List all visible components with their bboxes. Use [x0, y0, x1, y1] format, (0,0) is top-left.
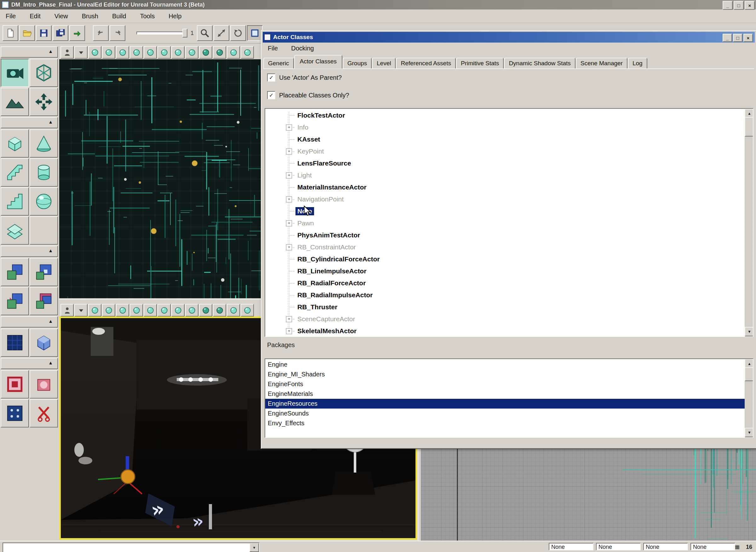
sidebar-section-header-2[interactable]: ▲: [1, 117, 58, 128]
viewport-down-arrow-button[interactable]: [74, 304, 87, 316]
tab-scene-manager[interactable]: Scene Manager: [576, 58, 627, 68]
minimize-button[interactable]: _: [723, 1, 733, 10]
menu-tools[interactable]: Tools: [139, 12, 156, 20]
sphere-brush-button[interactable]: [30, 187, 58, 216]
tab-actor-classes[interactable]: Actor Classes: [294, 55, 342, 69]
viewport-orb-button[interactable]: [144, 304, 157, 316]
checkbox-checked-icon[interactable]: ✓: [267, 91, 275, 99]
viewport-orb-button[interactable]: [185, 46, 198, 58]
geometry-mode-button[interactable]: [30, 58, 58, 87]
menu-edit[interactable]: Edit: [28, 12, 42, 20]
scrollbar-thumb[interactable]: [745, 367, 753, 381]
class-tree-item-RB_LineImpulseActor[interactable]: RB_LineImpulseActor: [265, 265, 745, 277]
checkbox-checked-icon[interactable]: ✓: [267, 74, 275, 82]
cube-brush-button[interactable]: [1, 129, 29, 158]
sidebar-section-header-1[interactable]: ▲: [1, 46, 58, 58]
scroll-down-icon[interactable]: ▼: [745, 327, 753, 336]
viewport-orb-button[interactable]: [116, 304, 129, 316]
browser-maximize-button[interactable]: □: [733, 34, 742, 42]
class-tree-item-RB_RadialImpulseActor[interactable]: RB_RadialImpulseActor: [265, 289, 745, 301]
tab-groups[interactable]: Groups: [343, 58, 372, 68]
cylinder-brush-button[interactable]: [30, 158, 58, 187]
viewport-orb-button[interactable]: [227, 304, 240, 316]
class-tree-item-FlockTestActor[interactable]: FlockTestActor: [265, 109, 745, 121]
csg-deintersect-button[interactable]: [30, 287, 58, 315]
package-item-Engine_MI_Shaders[interactable]: Engine_MI_Shaders: [265, 370, 745, 379]
tab-generic[interactable]: Generic: [263, 58, 294, 68]
viewport-orb-button[interactable]: [185, 304, 198, 316]
viewport-orb-button[interactable]: [102, 46, 115, 58]
curved-stair-brush-button[interactable]: [1, 158, 29, 187]
add-volume-button[interactable]: [30, 328, 58, 357]
tab-level[interactable]: Level: [372, 58, 396, 68]
sidebar-section-header-4[interactable]: ▲: [1, 316, 58, 327]
status-field-1[interactable]: None: [549, 543, 593, 550]
chevron-down-icon[interactable]: ▼: [249, 543, 259, 552]
class-tree-item-SceneCaptureActor[interactable]: +SceneCaptureActor: [265, 313, 745, 325]
tree-scrollbar[interactable]: ▲ ▼: [745, 109, 753, 336]
expand-plus-icon[interactable]: +: [286, 328, 292, 334]
expand-plus-icon[interactable]: +: [286, 125, 292, 131]
class-tree-item-Light[interactable]: +Light: [265, 169, 745, 181]
tab-referenced-assets[interactable]: Referenced Assets: [396, 58, 455, 68]
viewport-orb-button[interactable]: [227, 46, 240, 58]
package-item-EngineResources[interactable]: EngineResources: [265, 399, 753, 409]
viewport-orb-button[interactable]: [158, 304, 171, 316]
sidebar-section-header-5[interactable]: ▲: [1, 358, 58, 369]
open-folder-button[interactable]: [19, 25, 35, 41]
class-tree-item-LensFlareSource[interactable]: LensFlareSource: [265, 157, 745, 169]
class-tree-item-Pawn[interactable]: +Pawn: [265, 217, 745, 229]
menu-build[interactable]: Build: [111, 12, 127, 20]
rotate-button[interactable]: [230, 25, 246, 41]
viewport-player-button[interactable]: [60, 304, 74, 316]
viewport-orb-button[interactable]: [241, 304, 254, 316]
add-mover-button[interactable]: [1, 370, 29, 399]
viewport-orb-button[interactable]: [88, 46, 102, 58]
package-item-Engine[interactable]: Engine: [265, 360, 745, 370]
viewport-orb-button[interactable]: [88, 304, 102, 316]
menu-file[interactable]: File: [4, 12, 17, 20]
expand-plus-icon[interactable]: +: [286, 220, 292, 226]
viewport-orb-button[interactable]: [158, 46, 171, 58]
texture-pan-button[interactable]: [30, 88, 58, 116]
viewport-orb-button[interactable]: [241, 46, 254, 58]
option-use-actor-as-parent[interactable]: ✓ Use 'Actor' As Parent?: [267, 74, 342, 82]
menu-view[interactable]: View: [53, 12, 69, 20]
browser-close-button[interactable]: ×: [743, 34, 753, 42]
close-button[interactable]: ×: [745, 1, 755, 10]
class-tree-item-KeyPoint[interactable]: +KeyPoint: [265, 145, 745, 157]
csg-subtract-button[interactable]: [30, 258, 58, 286]
browser-button[interactable]: [247, 25, 263, 41]
class-tree-item-KAsset[interactable]: KAsset: [265, 133, 745, 145]
status-field-3[interactable]: None: [643, 543, 688, 550]
linear-stair-brush-button[interactable]: [1, 187, 29, 216]
sidebar-section-header-3[interactable]: ▲: [1, 246, 58, 257]
cone-brush-button[interactable]: [30, 129, 58, 158]
package-item-EngineMaterials[interactable]: EngineMaterials: [265, 389, 745, 399]
class-tree-item-RB_Thruster[interactable]: RB_Thruster: [265, 301, 745, 313]
expand-plus-icon[interactable]: +: [286, 244, 292, 250]
browser-menu-docking[interactable]: Docking: [290, 44, 315, 53]
class-tree-item-RB_ConstraintActor[interactable]: +RB_ConstraintActor: [265, 241, 745, 253]
class-tree-item-PhysAnimTestActor[interactable]: PhysAnimTestActor: [265, 229, 745, 241]
menu-help[interactable]: Help: [167, 12, 183, 20]
main-titlebar[interactable]: DM_Intro_Phase_Final - UnrealEd Editor f…: [0, 0, 756, 9]
package-item-EngineSounds[interactable]: EngineSounds: [265, 409, 745, 418]
viewport-orb-button[interactable]: [102, 304, 115, 316]
package-scrollbar[interactable]: ▲ ▼: [745, 359, 753, 437]
tab-dynamic-shadow-stats[interactable]: Dynamic Shadow Stats: [504, 58, 575, 68]
restore-button[interactable]: □: [734, 1, 744, 10]
package-item-Envy_Effects[interactable]: Envy_Effects: [265, 418, 745, 428]
browser-menu-file[interactable]: File: [266, 44, 279, 53]
sheet-brush-button[interactable]: [1, 216, 29, 245]
import-button[interactable]: [69, 25, 85, 41]
actor-classes-titlebar[interactable]: Actor Classes _ □ ×: [263, 32, 755, 42]
option-placeable-classes-only[interactable]: ✓ Placeable Classes Only?: [267, 91, 349, 99]
select-mode-button[interactable]: [1, 399, 29, 427]
csg-add-button[interactable]: [1, 258, 29, 286]
scroll-down-icon[interactable]: ▼: [745, 428, 753, 437]
expand-plus-icon[interactable]: +: [286, 316, 292, 322]
viewport-orb-button[interactable]: [130, 304, 143, 316]
class-tree-item-NavigationPoint[interactable]: +NavigationPoint: [265, 193, 745, 205]
scale-button[interactable]: [214, 25, 229, 41]
